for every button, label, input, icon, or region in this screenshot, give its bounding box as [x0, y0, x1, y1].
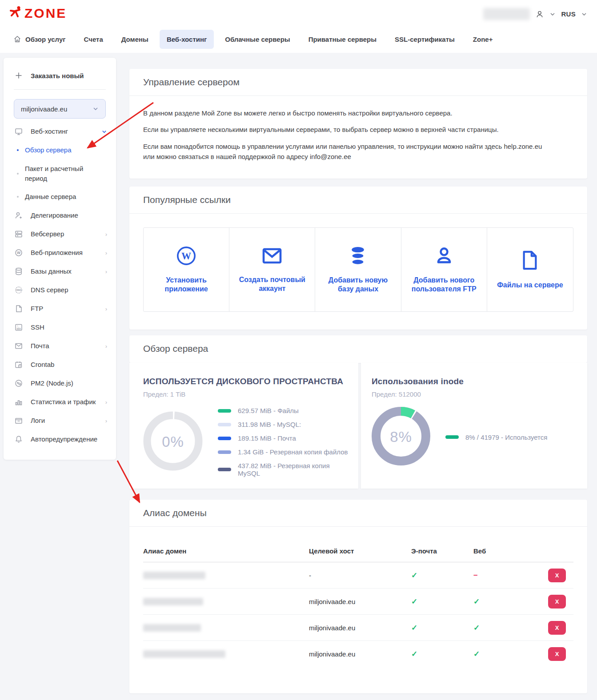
web-disabled-dash-icon: – [473, 571, 546, 580]
legend-label: 189.15 MiB - Почта [238, 434, 296, 442]
delete-alias-button[interactable]: X [548, 569, 566, 582]
sidebar-item-logs[interactable]: Логи › [4, 411, 116, 430]
user-account-icon[interactable] [535, 10, 544, 19]
sidebar-item-label: PM2 (Node.js) [31, 379, 107, 388]
sidebar-subitem-package-billing[interactable]: Пакет и расчетный период [4, 159, 116, 188]
sidebar-item-web-apps[interactable]: W Веб-приложения › [4, 243, 116, 262]
legend-item: 8% / 41979 - Используется [445, 434, 547, 441]
alias-table-row: miljonivaade.eu ✓ ✓ X [143, 589, 573, 615]
sidebar-item-label: Логи [31, 416, 98, 425]
inode-usage-percent: 8% [372, 407, 430, 467]
pm2-node-icon [14, 379, 23, 388]
legend-swatch-mysql [218, 423, 231, 426]
tile-create-mail-account[interactable]: Создать почтовый аккаунт [229, 228, 315, 311]
sidebar-item-crontab[interactable]: Crontab [4, 355, 116, 374]
order-new-button[interactable]: Заказать новый [4, 58, 116, 89]
sidebar-item-dns-server[interactable]: DNS DNS сервер [4, 281, 116, 299]
card-popular-links: Популярные ссылки W Установить приложени… [129, 187, 587, 330]
card-server-overview-title: Обзор сервера [129, 335, 587, 363]
tile-install-app[interactable]: W Установить приложение [144, 228, 229, 311]
server-icon [14, 230, 23, 239]
legend-label: 437.82 MiB - Резервная копия MySQL [238, 462, 349, 477]
chevron-right-icon: › [105, 268, 107, 275]
tab-domains[interactable]: Домены [114, 30, 156, 49]
paragraph: Если вам понадобится помощь в управлении… [143, 141, 552, 162]
target-host: - [309, 572, 411, 579]
sidebar-item-label: Автопредупреждение [31, 435, 107, 444]
disk-usage-donut: 0% [143, 411, 203, 473]
sidebar-item-ssh[interactable]: >_ SSH SSH [4, 318, 116, 337]
delete-alias-button[interactable]: X [548, 595, 566, 609]
card-title: Управление сервером [129, 69, 587, 96]
delete-alias-button[interactable]: X [548, 621, 566, 635]
sidebar-item-delegation[interactable]: Делегирование [4, 206, 116, 225]
svg-text:W: W [17, 251, 21, 255]
sidebar-item-databases[interactable]: Базы данных › [4, 262, 116, 281]
sidebar-item-mail[interactable]: Почта › [4, 337, 116, 355]
tile-server-files[interactable]: Файлы на сервере [487, 228, 573, 311]
email-enabled-check-icon: ✓ [411, 597, 473, 606]
file-icon [521, 250, 539, 271]
sidebar-item-statistics[interactable]: Статистика и трафик › [4, 393, 116, 411]
sidebar-item-ftp[interactable]: FTP › [4, 299, 116, 318]
tab-label: Облачные серверы [225, 36, 290, 43]
target-host: miljonivaade.eu [309, 598, 411, 605]
envelope-icon [14, 342, 23, 350]
language-chevron-icon[interactable] [581, 11, 587, 17]
user-name-blurred [483, 8, 530, 20]
user-plus-icon [14, 211, 23, 220]
language-selector[interactable]: RUS [561, 10, 576, 18]
bell-icon [14, 435, 23, 444]
sidebar-item-auto-warning[interactable]: Автопредупреждение [4, 430, 116, 449]
legend-item: 311.98 MiB - MySQL: [218, 421, 349, 428]
legend-swatch-inode-used [445, 435, 459, 439]
card-title: Алиас домены [129, 500, 587, 527]
tab-services-overview[interactable]: Обзор услуг [6, 29, 73, 49]
zone-logo[interactable]: zone [9, 6, 67, 21]
legend-item: 1.34 GiB - Резервная копия файлов [218, 448, 349, 456]
user-menu-chevron-icon[interactable] [549, 11, 556, 17]
file-icon [14, 304, 23, 313]
web-enabled-check-icon: ✓ [473, 623, 546, 632]
email-enabled-check-icon: ✓ [411, 571, 473, 580]
tab-label: Приватные серверы [309, 36, 377, 43]
page-content: Заказать новый miljonivaade.eu Веб-хости… [0, 53, 597, 700]
chevron-down-icon [92, 106, 99, 112]
column-header-host: Целевой хост [309, 547, 411, 555]
tab-cloud-servers[interactable]: Облачные серверы [218, 30, 297, 49]
ftp-user-icon [434, 246, 454, 266]
sidebar-divider [14, 89, 106, 90]
sidebar-item-label: FTP [31, 304, 98, 313]
domain-select-value: miljonivaade.eu [21, 105, 67, 113]
delete-alias-button[interactable]: X [548, 647, 566, 661]
tab-private-servers[interactable]: Приватные серверы [301, 30, 384, 49]
tab-webhosting[interactable]: Веб-хостинг [160, 30, 214, 49]
chevron-right-icon: › [105, 231, 107, 238]
inode-usage-title: Использования inode [372, 377, 578, 386]
legend-swatch-file-backup [218, 450, 231, 454]
sidebar-item-label: DNS сервер [31, 286, 107, 294]
tile-label: Создать почтовый аккаунт [236, 275, 309, 293]
sidebar-item-label: Почта [31, 342, 98, 350]
tab-ssl-certificates[interactable]: SSL-сертификаты [388, 30, 462, 49]
sidebar-subitem-server-data[interactable]: Данные сервера [4, 187, 116, 206]
tab-zone-plus[interactable]: Zone+ [466, 30, 500, 49]
tile-add-database[interactable]: Добавить новую базу даных [315, 228, 401, 311]
sidebar-item-webhosting[interactable]: Веб-хостинг [4, 122, 116, 141]
sidebar-subitem-server-overview[interactable]: Обзор сервера [4, 141, 116, 159]
card-server-management: Управление сервером В данном разделе Мой… [129, 69, 587, 179]
plus-icon [14, 71, 23, 80]
sidebar-item-webserver[interactable]: Вебсервер › [4, 225, 116, 243]
alias-table-header: Алиас домен Целевой хост Э-почта Веб [143, 547, 573, 562]
legend-label: 311.98 MiB - MySQL: [238, 421, 301, 428]
chevron-right-icon: › [105, 306, 107, 312]
sidebar-item-pm2[interactable]: PM2 (Node.js) [4, 374, 116, 393]
tab-invoices[interactable]: Счета [77, 30, 110, 49]
chevron-right-icon: › [105, 399, 107, 406]
sidebar-item-label: Crontab [31, 360, 107, 369]
tile-add-ftp-user[interactable]: Добавить нового пользователя FTP [401, 228, 487, 311]
order-new-label: Заказать новый [31, 72, 84, 80]
database-icon [348, 246, 368, 266]
disk-usage-title: ИСПОЛЬЗУЕТСЯ ДИСКОВОГО ПРОСТРАНСТВА [143, 377, 349, 386]
domain-select[interactable]: miljonivaade.eu [14, 99, 106, 119]
